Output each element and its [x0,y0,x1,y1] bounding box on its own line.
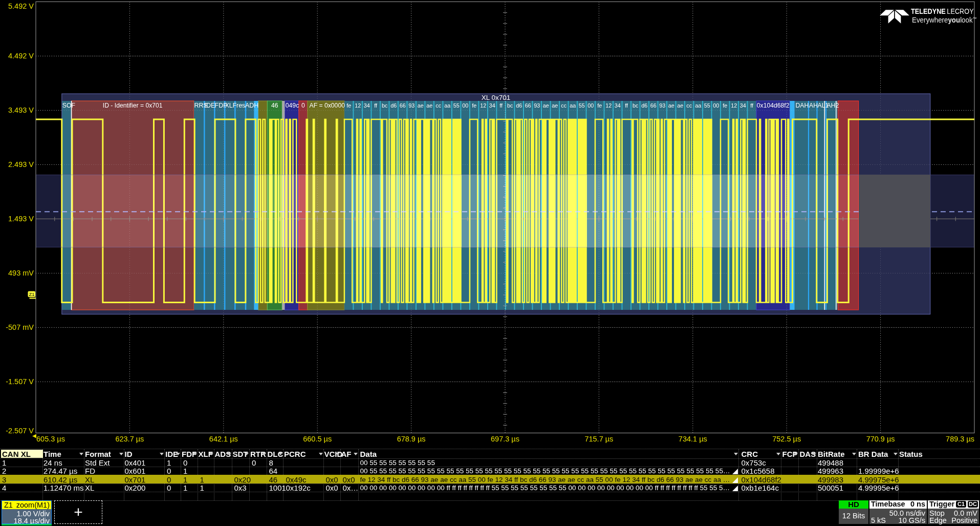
svg-text:XL 0x701: XL 0x701 [482,94,511,101]
svg-text:12: 12 [355,102,361,109]
svg-text:bc: bc [382,102,388,109]
svg-text:aa: aa [695,102,701,109]
svg-text:AH: AH [809,102,818,109]
svg-text:46: 46 [271,102,278,109]
svg-text:fe: fe [597,102,602,109]
svg-text:12: 12 [605,102,612,109]
svg-text:aa: aa [570,102,576,109]
svg-text:ae: ae [668,102,674,109]
svg-text:AH2: AH2 [827,102,839,109]
svg-text:ADH: ADH [245,102,258,109]
svg-text:00: 00 [462,102,468,109]
svg-text:34: 34 [740,102,746,109]
svg-text:34: 34 [489,102,495,109]
svg-text:Z1: Z1 [29,291,34,297]
svg-text:66: 66 [400,102,406,109]
svg-text:00: 00 [587,102,594,109]
svg-text:cc: cc [686,102,692,109]
svg-text:d6: d6 [390,102,397,109]
svg-text:ae: ae [426,102,432,109]
svg-text:55: 55 [579,102,585,109]
svg-text:fe: fe [723,102,727,109]
svg-text:fe: fe [472,102,476,109]
svg-text:ae: ae [552,102,558,109]
svg-text:AF = 0x0000: AF = 0x0000 [310,102,345,109]
svg-text:00: 00 [713,102,719,109]
svg-text:d6: d6 [516,102,522,109]
svg-text:cc: cc [435,102,441,109]
svg-text:66: 66 [650,102,657,109]
svg-text:ID - Identifier = 0x701: ID - Identifier = 0x701 [103,102,163,109]
svg-text:93: 93 [408,102,415,109]
svg-text:bc: bc [507,102,513,109]
svg-text:55: 55 [704,102,710,109]
svg-text:0: 0 [301,102,305,109]
svg-text:SOF: SOF [62,102,75,109]
svg-text:ff: ff [374,102,378,109]
svg-text:ff: ff [499,102,503,109]
svg-text:34: 34 [615,102,621,109]
svg-text:12: 12 [731,102,737,109]
svg-text:XLF: XLF [225,102,237,109]
svg-text:12: 12 [480,102,486,109]
svg-text:93: 93 [659,102,665,109]
svg-text:ae: ae [543,102,549,109]
svg-text:aa: aa [444,102,450,109]
svg-text:049c: 049c [286,102,299,109]
svg-text:0x104d68f2: 0x104d68f2 [757,102,790,109]
svg-text:34: 34 [364,102,370,109]
svg-text:ae: ae [418,102,424,109]
svg-text:ae: ae [677,102,683,109]
svg-text:ff: ff [750,102,754,109]
svg-text:93: 93 [534,102,540,109]
svg-text:bc: bc [633,102,639,109]
svg-text:fe: fe [346,102,351,109]
svg-text:ff: ff [625,102,628,109]
svg-text:cc: cc [561,102,567,109]
svg-text:d6: d6 [641,102,647,109]
svg-text:res: res [236,102,245,109]
svg-text:55: 55 [453,102,460,109]
svg-text:66: 66 [525,102,531,109]
svg-text:DAH: DAH [796,102,809,109]
svg-text:IDE: IDE [205,102,215,109]
